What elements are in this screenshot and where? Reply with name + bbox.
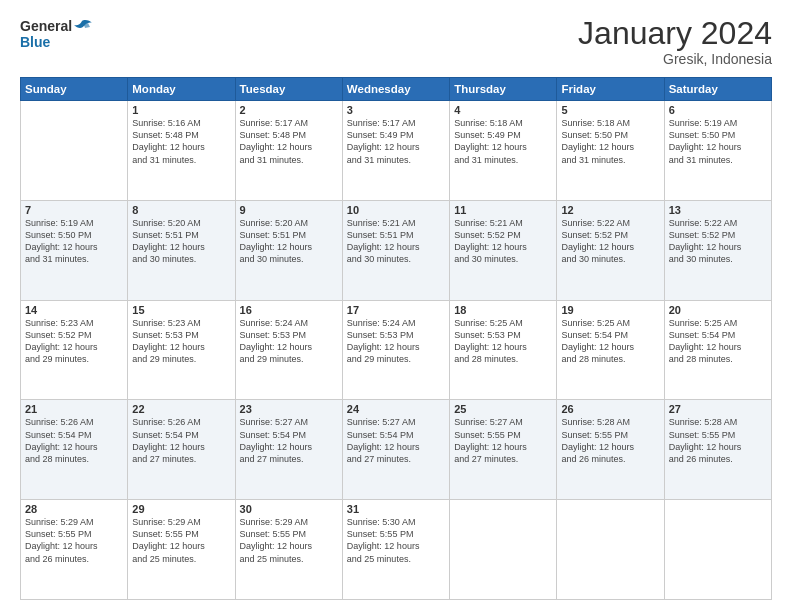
calendar-cell: 2Sunrise: 5:17 AMSunset: 5:48 PMDaylight… (235, 101, 342, 201)
logo-blue-text: Blue (20, 34, 92, 50)
calendar-cell: 1Sunrise: 5:16 AMSunset: 5:48 PMDaylight… (128, 101, 235, 201)
day-number: 9 (240, 204, 338, 216)
logo-bird-icon (74, 19, 92, 33)
day-info: Sunrise: 5:23 AMSunset: 5:52 PMDaylight:… (25, 317, 123, 366)
title-block: January 2024 Gresik, Indonesia (578, 16, 772, 67)
day-number: 23 (240, 403, 338, 415)
month-year-title: January 2024 (578, 16, 772, 51)
day-number: 2 (240, 104, 338, 116)
calendar-cell: 9Sunrise: 5:20 AMSunset: 5:51 PMDaylight… (235, 200, 342, 300)
calendar-table: Sunday Monday Tuesday Wednesday Thursday… (20, 77, 772, 600)
calendar-cell: 3Sunrise: 5:17 AMSunset: 5:49 PMDaylight… (342, 101, 449, 201)
day-info: Sunrise: 5:22 AMSunset: 5:52 PMDaylight:… (669, 217, 767, 266)
calendar-cell: 24Sunrise: 5:27 AMSunset: 5:54 PMDayligh… (342, 400, 449, 500)
day-info: Sunrise: 5:17 AMSunset: 5:48 PMDaylight:… (240, 117, 338, 166)
calendar-cell: 18Sunrise: 5:25 AMSunset: 5:53 PMDayligh… (450, 300, 557, 400)
day-number: 19 (561, 304, 659, 316)
day-number: 30 (240, 503, 338, 515)
day-number: 12 (561, 204, 659, 216)
day-number: 17 (347, 304, 445, 316)
calendar-cell: 14Sunrise: 5:23 AMSunset: 5:52 PMDayligh… (21, 300, 128, 400)
calendar-week-row: 21Sunrise: 5:26 AMSunset: 5:54 PMDayligh… (21, 400, 772, 500)
logo-general-text: General (20, 18, 72, 34)
calendar-cell: 10Sunrise: 5:21 AMSunset: 5:51 PMDayligh… (342, 200, 449, 300)
day-info: Sunrise: 5:21 AMSunset: 5:51 PMDaylight:… (347, 217, 445, 266)
calendar-cell: 16Sunrise: 5:24 AMSunset: 5:53 PMDayligh… (235, 300, 342, 400)
day-info: Sunrise: 5:21 AMSunset: 5:52 PMDaylight:… (454, 217, 552, 266)
col-monday: Monday (128, 78, 235, 101)
day-number: 15 (132, 304, 230, 316)
day-info: Sunrise: 5:25 AMSunset: 5:54 PMDaylight:… (669, 317, 767, 366)
calendar-header-row: Sunday Monday Tuesday Wednesday Thursday… (21, 78, 772, 101)
day-info: Sunrise: 5:24 AMSunset: 5:53 PMDaylight:… (347, 317, 445, 366)
col-tuesday: Tuesday (235, 78, 342, 101)
day-number: 24 (347, 403, 445, 415)
calendar-cell: 4Sunrise: 5:18 AMSunset: 5:49 PMDaylight… (450, 101, 557, 201)
day-info: Sunrise: 5:29 AMSunset: 5:55 PMDaylight:… (25, 516, 123, 565)
logo: General Blue (20, 16, 92, 50)
day-number: 1 (132, 104, 230, 116)
col-saturday: Saturday (664, 78, 771, 101)
day-info: Sunrise: 5:20 AMSunset: 5:51 PMDaylight:… (240, 217, 338, 266)
location-subtitle: Gresik, Indonesia (578, 51, 772, 67)
day-number: 20 (669, 304, 767, 316)
col-wednesday: Wednesday (342, 78, 449, 101)
day-number: 8 (132, 204, 230, 216)
calendar-cell: 8Sunrise: 5:20 AMSunset: 5:51 PMDaylight… (128, 200, 235, 300)
day-number: 25 (454, 403, 552, 415)
calendar-cell: 21Sunrise: 5:26 AMSunset: 5:54 PMDayligh… (21, 400, 128, 500)
day-number: 3 (347, 104, 445, 116)
col-thursday: Thursday (450, 78, 557, 101)
day-info: Sunrise: 5:28 AMSunset: 5:55 PMDaylight:… (669, 416, 767, 465)
day-info: Sunrise: 5:24 AMSunset: 5:53 PMDaylight:… (240, 317, 338, 366)
calendar-cell: 30Sunrise: 5:29 AMSunset: 5:55 PMDayligh… (235, 500, 342, 600)
day-info: Sunrise: 5:19 AMSunset: 5:50 PMDaylight:… (25, 217, 123, 266)
day-info: Sunrise: 5:27 AMSunset: 5:55 PMDaylight:… (454, 416, 552, 465)
day-info: Sunrise: 5:18 AMSunset: 5:49 PMDaylight:… (454, 117, 552, 166)
day-number: 11 (454, 204, 552, 216)
calendar-cell: 13Sunrise: 5:22 AMSunset: 5:52 PMDayligh… (664, 200, 771, 300)
day-number: 18 (454, 304, 552, 316)
calendar-cell (664, 500, 771, 600)
day-number: 13 (669, 204, 767, 216)
day-number: 29 (132, 503, 230, 515)
calendar-cell (450, 500, 557, 600)
day-number: 21 (25, 403, 123, 415)
calendar-cell: 11Sunrise: 5:21 AMSunset: 5:52 PMDayligh… (450, 200, 557, 300)
calendar-cell: 12Sunrise: 5:22 AMSunset: 5:52 PMDayligh… (557, 200, 664, 300)
calendar-cell (557, 500, 664, 600)
calendar-cell: 29Sunrise: 5:29 AMSunset: 5:55 PMDayligh… (128, 500, 235, 600)
day-info: Sunrise: 5:18 AMSunset: 5:50 PMDaylight:… (561, 117, 659, 166)
day-info: Sunrise: 5:30 AMSunset: 5:55 PMDaylight:… (347, 516, 445, 565)
calendar-cell: 5Sunrise: 5:18 AMSunset: 5:50 PMDaylight… (557, 101, 664, 201)
calendar-cell (21, 101, 128, 201)
day-info: Sunrise: 5:23 AMSunset: 5:53 PMDaylight:… (132, 317, 230, 366)
day-info: Sunrise: 5:29 AMSunset: 5:55 PMDaylight:… (132, 516, 230, 565)
calendar-cell: 28Sunrise: 5:29 AMSunset: 5:55 PMDayligh… (21, 500, 128, 600)
day-info: Sunrise: 5:26 AMSunset: 5:54 PMDaylight:… (25, 416, 123, 465)
day-number: 6 (669, 104, 767, 116)
calendar-cell: 23Sunrise: 5:27 AMSunset: 5:54 PMDayligh… (235, 400, 342, 500)
calendar-cell: 6Sunrise: 5:19 AMSunset: 5:50 PMDaylight… (664, 101, 771, 201)
day-info: Sunrise: 5:25 AMSunset: 5:54 PMDaylight:… (561, 317, 659, 366)
day-info: Sunrise: 5:28 AMSunset: 5:55 PMDaylight:… (561, 416, 659, 465)
calendar-week-row: 1Sunrise: 5:16 AMSunset: 5:48 PMDaylight… (21, 101, 772, 201)
day-info: Sunrise: 5:17 AMSunset: 5:49 PMDaylight:… (347, 117, 445, 166)
page: General Blue January 2024 Gresik, Indone… (0, 0, 792, 612)
calendar-cell: 26Sunrise: 5:28 AMSunset: 5:55 PMDayligh… (557, 400, 664, 500)
day-number: 10 (347, 204, 445, 216)
day-info: Sunrise: 5:26 AMSunset: 5:54 PMDaylight:… (132, 416, 230, 465)
day-info: Sunrise: 5:19 AMSunset: 5:50 PMDaylight:… (669, 117, 767, 166)
col-friday: Friday (557, 78, 664, 101)
day-number: 14 (25, 304, 123, 316)
calendar-cell: 31Sunrise: 5:30 AMSunset: 5:55 PMDayligh… (342, 500, 449, 600)
day-number: 4 (454, 104, 552, 116)
col-sunday: Sunday (21, 78, 128, 101)
calendar-cell: 19Sunrise: 5:25 AMSunset: 5:54 PMDayligh… (557, 300, 664, 400)
day-info: Sunrise: 5:25 AMSunset: 5:53 PMDaylight:… (454, 317, 552, 366)
day-number: 7 (25, 204, 123, 216)
day-info: Sunrise: 5:27 AMSunset: 5:54 PMDaylight:… (347, 416, 445, 465)
day-info: Sunrise: 5:29 AMSunset: 5:55 PMDaylight:… (240, 516, 338, 565)
calendar-week-row: 28Sunrise: 5:29 AMSunset: 5:55 PMDayligh… (21, 500, 772, 600)
day-number: 16 (240, 304, 338, 316)
